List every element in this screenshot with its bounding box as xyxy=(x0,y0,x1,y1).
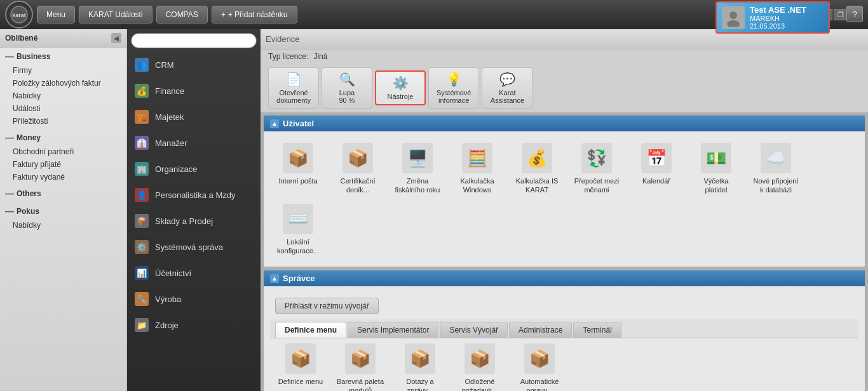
compas-button[interactable]: COMPAS xyxy=(156,6,208,23)
nav-item-vyroba[interactable]: 🔧 Výroba xyxy=(127,286,261,312)
qa-tools-button[interactable]: ⚙️ Nástroje xyxy=(375,70,426,105)
icon-kalendar[interactable]: 📅 Kalendář xyxy=(631,143,682,195)
menu-button[interactable]: Menu xyxy=(37,6,75,23)
icon-lokalni[interactable]: ⌨️ Lokálníkonfigurace... xyxy=(273,204,323,256)
barevna-paleta-label: Barevná paletamodulů xyxy=(337,377,384,391)
plus-icon: + xyxy=(221,10,226,19)
icon-kalkulacka-win[interactable]: 🧮 KalkulačkaWindows xyxy=(452,143,503,195)
minus-icon-2: — xyxy=(5,133,14,143)
sidebar-item-firmy[interactable]: Firmy xyxy=(0,64,126,77)
interni-posta-icon: 📦 xyxy=(283,143,313,173)
nav-label-crm: CRM xyxy=(155,60,174,70)
user-name: Test ASE .NET xyxy=(750,5,806,15)
search-input[interactable] xyxy=(131,33,257,48)
qa-sysinfo-button[interactable]: 💡 Systémové informace xyxy=(428,67,479,109)
nav-label-personalistika: Personalistika a Mzdy xyxy=(155,190,235,200)
automaticke-icon: 📦 xyxy=(524,343,555,374)
nav-item-finance[interactable]: 💰 Finance xyxy=(127,78,261,104)
sklady-icon: 📦 xyxy=(135,214,149,228)
icon-definice-menu[interactable]: 📦 Definice menu xyxy=(275,343,326,391)
icon-nove-pripojeni[interactable]: ☁️ Nové připojeník databázi xyxy=(750,143,801,195)
sidebar-group-business[interactable]: — Business xyxy=(0,49,126,64)
spravce-collapse-button[interactable]: ▲ xyxy=(270,274,279,283)
user-date: 21.05.2013 xyxy=(750,22,806,30)
sidebar-item-zalohove[interactable]: Položky zálohových faktur xyxy=(0,77,126,89)
prihlasit-button[interactable]: Přihlásit v režimu vývojář xyxy=(275,298,379,314)
spravce-icon-grid: 📦 Definice menu 📦 Barevná paletamodulů 📦… xyxy=(270,338,858,391)
odlozene-label: Odloženépožadavk... xyxy=(462,377,498,391)
uzivatel-panel-title: Uživatel xyxy=(283,119,314,128)
sidebar-item-faktury-prijate[interactable]: Faktury přijaté xyxy=(0,158,126,171)
sidebar-title: Oblíbené xyxy=(5,34,37,43)
icon-zmena-roku[interactable]: 🖥️ Změnafiskálního roku xyxy=(392,143,443,195)
vycetka-label: Výčetkaplatidel xyxy=(703,176,728,195)
sidebar-header: Oblíbené ◀ xyxy=(0,29,126,48)
certifikacni-label: Certifikačnídeník... xyxy=(340,176,375,195)
sysinfo-icon: 💡 xyxy=(446,72,462,87)
icon-interni-posta[interactable]: 📦 Interní pošta xyxy=(273,143,323,195)
icon-kalkulacka-is[interactable]: 💰 Kalkulačka ISKARAT xyxy=(512,143,562,195)
icon-dotazy[interactable]: 📦 Dotazy azprávy... xyxy=(395,343,445,391)
spravce-panel-header: ▲ Správce xyxy=(264,270,865,286)
sidebar-item-obch-partneri[interactable]: Obchodní partneři xyxy=(0,145,126,158)
tab-servis-vyvojar[interactable]: Servis Vývojář xyxy=(440,322,508,338)
tab-definice-menu[interactable]: Definice menu xyxy=(275,322,346,338)
nav-label-vyroba: Výroba xyxy=(155,295,181,304)
vyroba-icon: 🔧 xyxy=(135,292,149,306)
nav-item-crm[interactable]: 👥 CRM xyxy=(127,52,261,78)
restore-button[interactable]: ❐ xyxy=(834,9,848,20)
add-dashboard-button[interactable]: + + Přidat nástěnku xyxy=(212,6,297,23)
nav-label-ucetnictvi: Účetnictví xyxy=(155,268,191,278)
icon-prepocet[interactable]: 💱 Přepočet meziměnami xyxy=(571,143,622,195)
kalkulacka-is-icon: 💰 xyxy=(522,143,552,173)
prepocet-label: Přepočet meziměnami xyxy=(574,176,619,195)
sidebar-collapse-button[interactable]: ◀ xyxy=(111,33,121,43)
sidebar-item-faktury-vydane[interactable]: Faktury vydané xyxy=(0,171,126,183)
icon-certifikacni[interactable]: 📦 Certifikačnídeník... xyxy=(332,143,383,195)
nav-item-zdroje[interactable]: 📁 Zdroje xyxy=(127,312,261,338)
uzivatel-panel-body: 📦 Interní pošta 📦 Certifikačnídeník... 🖥… xyxy=(264,131,865,267)
qa-open-docs-button[interactable]: 📄 Otevřené dokumenty xyxy=(268,67,319,109)
odlozene-icon: 📦 xyxy=(465,343,495,374)
qa-assistance-button[interactable]: 💬 Karat Assistance xyxy=(482,67,532,109)
svg-text:karat: karat xyxy=(12,12,26,18)
nav-item-sklady[interactable]: 📦 Sklady a Prodej xyxy=(127,208,261,234)
svg-point-3 xyxy=(727,20,740,27)
sidebar-group-pokus-label: Pokus xyxy=(17,207,39,216)
icon-barevna-paleta[interactable]: 📦 Barevná paletamodulů xyxy=(335,343,386,391)
sidebar-item-nabidky-pokus[interactable]: Nabídky xyxy=(0,219,126,232)
icon-automaticke[interactable]: 📦 Automatickéopravy... xyxy=(514,343,565,391)
qa-sysinfo-label: Systémové informace xyxy=(437,89,471,104)
sidebar-item-udalosti[interactable]: Události xyxy=(0,102,126,115)
definice-menu-label: Definice menu xyxy=(278,377,323,386)
uzivatel-collapse-button[interactable]: ▲ xyxy=(270,119,279,128)
sidebar-group-pokus[interactable]: — Pokus xyxy=(0,204,126,219)
nav-item-majetek[interactable]: 🏗️ Majetek xyxy=(127,104,261,130)
nav-item-manazer[interactable]: 👔 Manažer xyxy=(127,130,261,156)
sidebar-group-money[interactable]: — Money xyxy=(0,130,126,145)
sidebar-item-prilezitosti[interactable]: Příležitosti xyxy=(0,115,126,128)
lokalni-icon: ⌨️ xyxy=(283,204,313,234)
middle-nav: 👥 CRM 💰 Finance 🏗️ Majetek 👔 Manažer 🏢 O… xyxy=(127,29,261,391)
tab-terminal[interactable]: Terminál xyxy=(573,322,621,338)
barevna-paleta-icon: 📦 xyxy=(345,343,376,374)
nav-label-sklady: Sklady a Prodej xyxy=(155,216,213,226)
top-bar: karat Menu KARAT Události COMPAS + + Při… xyxy=(0,0,868,29)
qa-zoom-button[interactable]: 🔍 Lupa 90 % xyxy=(322,67,372,109)
nav-label-majetek: Majetek xyxy=(155,112,184,122)
icon-vycetka[interactable]: 💵 Výčetkaplatidel xyxy=(691,143,742,195)
events-button[interactable]: KARAT Události xyxy=(79,6,153,23)
nove-pripojeni-label: Nové připojeník databázi xyxy=(754,176,799,195)
sidebar-group-others[interactable]: — Others xyxy=(0,186,126,201)
vycetka-icon: 💵 xyxy=(701,143,731,173)
icon-odlozene[interactable]: 📦 Odloženépožadavk... xyxy=(454,343,505,391)
tab-administrace[interactable]: Administrace xyxy=(509,322,572,338)
nav-item-ucetnictvi[interactable]: 📊 Účetnictví xyxy=(127,260,261,286)
nav-item-systemova[interactable]: ⚙️ Systémová správa xyxy=(127,234,261,260)
nav-item-organizace[interactable]: 🏢 Organizace xyxy=(127,156,261,182)
tab-servis-implementator[interactable]: Servis Implementátor xyxy=(348,322,438,338)
sidebar-item-nabidky-biz[interactable]: Nabídky xyxy=(0,89,126,102)
nav-item-personalistika[interactable]: 👤 Personalistika a Mzdy xyxy=(127,182,261,208)
nav-label-systemova: Systémová správa xyxy=(155,242,223,252)
help-button[interactable]: ? xyxy=(846,6,863,22)
